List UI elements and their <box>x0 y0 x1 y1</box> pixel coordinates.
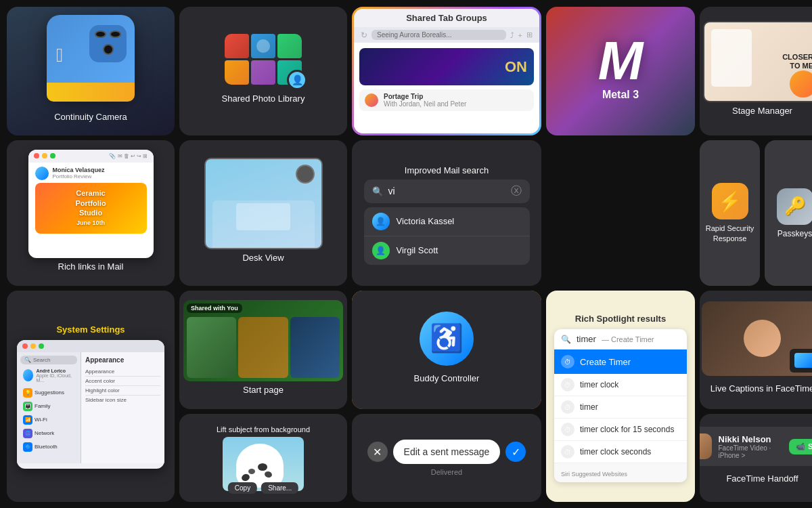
desk-view-title: Desk View <box>237 249 289 268</box>
facetime-handoff-card: Nikki Nelson FaceTime Video · iPhone > 📹… <box>700 414 812 502</box>
settings-search: Search <box>33 357 50 363</box>
rich-spotlight-title: Rich Spotlight results <box>570 310 671 329</box>
passkeys-title: Passkeys <box>777 229 812 238</box>
passkeys-icon: 🔑 <box>777 188 813 225</box>
stage-manager-title: Stage Manager <box>727 102 798 121</box>
continuity-camera-card:  Continuity Camera <box>7 7 175 135</box>
search-result-1: Victoria Kassel <box>397 216 455 226</box>
start-page-card: Shared with You Start page <box>179 291 347 409</box>
stage-manager-card: CLOSER TO ME Stage Manager <box>700 7 812 135</box>
memoji-macos-container: New Memoji customizations <box>546 140 695 286</box>
mail-search-query: vi <box>388 186 505 196</box>
shared-tabs-url: Seeing Aurora Borealis... <box>371 30 506 40</box>
edit-message-card: ✕ Edit a sent message ✓ Delivered <box>352 414 541 502</box>
shared-with-you-badge: Shared with You <box>187 303 242 313</box>
search-clear-icon[interactable]: ⓧ <box>511 184 522 198</box>
rich-spotlight-card: Rich Spotlight results 🔍 timer — Create … <box>546 291 695 502</box>
lift-subject-title: Lift subject from background <box>211 425 315 437</box>
shared-photo-title: Shared Photo Library <box>217 90 311 109</box>
metal3-logo: M <box>598 37 644 85</box>
desk-view-card: Desk View <box>179 140 347 286</box>
lift-subject-card: Lift subject from background Copy Share.… <box>179 414 347 502</box>
system-settings-card: System Settings 🔍Search André Lorico App… <box>7 291 175 502</box>
rich-links-from: Monica Velasquez <box>53 167 105 173</box>
copy-btn[interactable]: Copy <box>228 482 257 494</box>
live-captions-card: Live Captions in FaceTime <box>700 291 812 409</box>
shared-tabs-title: Shared Tab Groups <box>354 9 539 27</box>
passkeys-card: 🔑 Passkeys <box>765 140 812 286</box>
metal3-title: Metal 3 <box>597 85 644 106</box>
handoff-sub: FaceTime Video · iPhone > <box>719 444 783 459</box>
rich-links-card: 📎 ✉ 🗑 ↩ ↪ ⊞ Monica Velasquez Portfolio R… <box>7 140 175 286</box>
tab-sub: With Jordan, Neil and Peter <box>384 100 466 108</box>
spotlight-placeholder: — Create Timer <box>602 335 654 343</box>
send-btn[interactable]: ✓ <box>505 442 526 462</box>
start-page-title: Start page <box>238 381 289 400</box>
rapid-security-card: ⚡ Rapid Security Response <box>700 140 760 286</box>
rapid-security-title: Rapid Security Response <box>700 224 760 243</box>
settings-account-sub: Apple ID, iCloud, M... <box>36 373 74 383</box>
mail-search-card: Improved Mail search 🔍 vi ⓧ 👤 Victoria K… <box>352 140 541 286</box>
shared-photo-card: 👤 Shared Photo Library <box>179 7 347 135</box>
message-bubble: Edit a sent message <box>393 440 501 464</box>
rich-links-title: Rich links in Mail <box>53 258 129 277</box>
security-container: ⚡ Rapid Security Response 🔑 Passkeys <box>700 140 812 286</box>
main-grid:  Continuity Camera 👤 Shared Photo Libra… <box>0 0 812 508</box>
mail-search-title: Improved Mail search <box>399 162 494 179</box>
buddy-icon: ♿ <box>420 312 474 366</box>
share-btn[interactable]: Share... <box>261 482 298 494</box>
delivered-status: Delivered <box>431 468 462 476</box>
metal3-card: M Metal 3 <box>546 7 695 135</box>
search-result-2: Virgil Scott <box>397 245 438 255</box>
cancel-btn[interactable]: ✕ <box>367 442 388 462</box>
rapid-security-icon: ⚡ <box>712 183 748 219</box>
facetime-handoff-title: FaceTime Handoff <box>721 470 803 489</box>
spotlight-query: timer <box>577 334 596 344</box>
buddy-controller-title: Buddy Controller <box>409 370 485 389</box>
buddy-controller-card: ♿ Buddy Controller <box>352 291 541 409</box>
continuity-camera-title: Continuity Camera <box>49 108 133 127</box>
shared-tabs-card: Shared Tab Groups ↻ Seeing Aurora Boreal… <box>352 7 541 135</box>
settings-username: André Lorico <box>36 368 74 373</box>
handoff-name: Nikki Nelson <box>719 434 783 444</box>
spotlight-footer: Siri Suggested Websites <box>561 471 627 478</box>
system-settings-title: System Settings <box>56 324 125 335</box>
settings-main-title: Appearance <box>85 356 160 364</box>
live-captions-title: Live Captions in FaceTime <box>705 380 812 399</box>
tab-name: Portage Trip <box>384 93 466 100</box>
switch-btn[interactable]: 📹 Switch <box>789 439 812 454</box>
